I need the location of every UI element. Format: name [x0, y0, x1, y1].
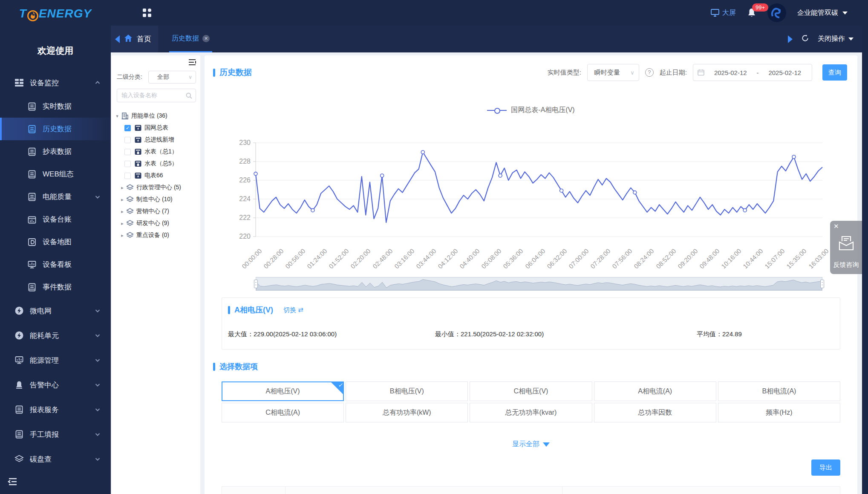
- tree-device-2[interactable]: 水表（总1）: [114, 146, 199, 158]
- x-axis-label: 01:24:00: [306, 247, 328, 270]
- stats-panel: A相电压(V) 切换 ⇄ 最大值：229.00(2025-02-12 03:06…: [222, 298, 840, 350]
- chevron-down-icon: [842, 12, 848, 14]
- sidebar-item-4[interactable]: WEB组态: [0, 163, 111, 185]
- show-all-toggle[interactable]: 显示全部: [205, 440, 857, 449]
- sidebar-item-15[interactable]: 手工填报: [0, 422, 111, 447]
- data-item-8[interactable]: 总功率因数: [594, 403, 716, 422]
- chart-point-marker[interactable]: [311, 208, 314, 212]
- tree-device-0[interactable]: ✓国网总表: [114, 122, 199, 134]
- datazoom-left-handle[interactable]: [254, 280, 258, 288]
- big-screen-button[interactable]: 大屏: [711, 9, 736, 17]
- data-item-7[interactable]: 总无功功率(kvar): [470, 403, 592, 422]
- sidebar-item-11[interactable]: 能耗单元: [0, 323, 111, 348]
- tree-root-label: 用能单位 (36): [131, 112, 167, 120]
- tree-group-3[interactable]: ▸研发中心 (9): [114, 217, 199, 229]
- feedback-widget[interactable]: ✕ 反馈咨询: [830, 221, 862, 274]
- datazoom-slider[interactable]: [256, 277, 822, 291]
- org-switcher[interactable]: 企业能管双碳: [797, 9, 848, 17]
- chart-point-marker[interactable]: [254, 172, 257, 176]
- chart-point-marker[interactable]: [421, 150, 424, 154]
- x-axis-label: 02:48:00: [371, 247, 394, 270]
- switch-metric-link[interactable]: 切换 ⇄: [283, 306, 303, 314]
- chart-point-marker[interactable]: [633, 191, 637, 194]
- sidebar-item-6[interactable]: 设备台账: [0, 208, 111, 231]
- tree-collapse-icon[interactable]: [188, 59, 196, 67]
- data-item-6[interactable]: 总有功功率(kW): [346, 403, 468, 422]
- chart-point-marker[interactable]: [560, 189, 563, 192]
- category-select[interactable]: 全部∨: [148, 71, 196, 84]
- tree-group-4[interactable]: ▸重点设备 (0): [114, 229, 199, 241]
- sidebar-item-8[interactable]: 设备看板: [0, 253, 111, 276]
- tree-device-1[interactable]: 总进线新增: [114, 134, 199, 146]
- sidebar-item-label: 设备地图: [43, 237, 72, 247]
- data-item-3[interactable]: A相电流(A): [594, 381, 716, 401]
- tree-device-4[interactable]: 电表66: [114, 170, 199, 182]
- device-checkbox[interactable]: ✓: [124, 125, 131, 131]
- apps-icon[interactable]: [142, 8, 152, 17]
- export-button[interactable]: 导出: [811, 459, 840, 476]
- date-start[interactable]: 2025-02-12: [708, 69, 753, 76]
- caret-down-icon[interactable]: ▾: [114, 113, 120, 119]
- sidebar-item-9[interactable]: 事件数据: [0, 276, 111, 298]
- avatar[interactable]: [767, 3, 786, 22]
- datazoom-right-handle[interactable]: [820, 280, 824, 288]
- data-item-4[interactable]: B相电流(A): [718, 381, 840, 401]
- scroll-tabs-right-icon[interactable]: [788, 35, 793, 43]
- data-items-title-text: 选择数据项: [219, 361, 258, 372]
- sidebar-item-16[interactable]: 碳盘查: [0, 447, 111, 471]
- sidebar-item-7[interactable]: 设备地图: [0, 231, 111, 253]
- chart-point-marker[interactable]: [792, 155, 796, 159]
- tree-group-2[interactable]: ▸营销中心 (7): [114, 205, 199, 217]
- data-item-0[interactable]: A相电压(V)✓: [222, 381, 344, 401]
- chart-point-marker[interactable]: [381, 174, 384, 177]
- chart-legend[interactable]: 国网总表-A相电压(V): [205, 106, 857, 115]
- date-end[interactable]: 2025-02-12: [762, 69, 808, 76]
- data-item-label: 频率(Hz): [766, 408, 792, 417]
- device-checkbox[interactable]: [124, 149, 131, 155]
- data-item-2[interactable]: C相电压(V): [470, 381, 592, 401]
- realtime-type-select[interactable]: 瞬时变量∨: [587, 64, 639, 81]
- sidebar-item-10[interactable]: 微电网: [0, 298, 111, 323]
- caret-right-icon[interactable]: ▸: [119, 233, 125, 238]
- tree-group-1[interactable]: ▸制造中心 (10): [114, 194, 199, 205]
- sidebar-item-12[interactable]: 能源管理: [0, 348, 111, 373]
- chart-point-marker[interactable]: [499, 174, 502, 177]
- sidebar-item-0[interactable]: 设备监控: [0, 70, 111, 95]
- caret-right-icon[interactable]: ▸: [119, 221, 125, 226]
- help-icon[interactable]: ?: [645, 68, 654, 77]
- chart-line-series[interactable]: [256, 152, 822, 222]
- tab-home[interactable]: 首页: [137, 34, 151, 44]
- tab-close-icon[interactable]: ✕: [202, 35, 210, 42]
- chart-plot[interactable]: 220222224226228230: [228, 136, 833, 243]
- data-item-1[interactable]: B相电压(V): [346, 381, 468, 401]
- device-search-input[interactable]: 输入设备名称: [117, 89, 196, 102]
- sidebar-item-13[interactable]: 告警中心: [0, 373, 111, 397]
- device-checkbox[interactable]: [124, 161, 131, 167]
- caret-right-icon[interactable]: ▸: [119, 185, 125, 191]
- tab-history-data[interactable]: 历史数据 ✕: [169, 26, 212, 52]
- data-item-9[interactable]: 频率(Hz): [718, 403, 840, 422]
- tree-group-0[interactable]: ▸行政管理中心 (5): [114, 182, 199, 194]
- caret-right-icon[interactable]: ▸: [119, 197, 125, 202]
- data-item-5[interactable]: C相电流(A): [222, 403, 344, 422]
- sidebar-item-14[interactable]: 报表服务: [0, 397, 111, 422]
- home-icon[interactable]: [124, 34, 133, 44]
- chart-point-marker[interactable]: [743, 208, 747, 212]
- query-button[interactable]: 查询: [822, 64, 847, 81]
- sidebar-item-2[interactable]: 历史数据: [0, 118, 111, 140]
- notifications-button[interactable]: 99+: [747, 8, 756, 18]
- close-operations-button[interactable]: 关闭操作: [818, 35, 854, 43]
- caret-right-icon[interactable]: ▸: [119, 209, 125, 214]
- sidebar-item-5[interactable]: 电能质量: [0, 185, 111, 208]
- sidebar-item-3[interactable]: 抄表数据: [0, 140, 111, 163]
- device-checkbox[interactable]: [124, 173, 131, 179]
- device-checkbox[interactable]: [124, 137, 131, 143]
- sidebar-item-1[interactable]: 实时数据: [0, 95, 111, 118]
- collapse-sidebar-icon[interactable]: [8, 477, 18, 488]
- date-range-picker[interactable]: 2025-02-12 - 2025-02-12: [693, 64, 812, 81]
- tree-device-3[interactable]: 水表（总5）: [114, 158, 199, 170]
- scroll-tabs-left-icon[interactable]: [115, 35, 120, 43]
- refresh-icon[interactable]: [801, 34, 809, 44]
- feedback-close-icon[interactable]: ✕: [833, 222, 839, 230]
- tree-root[interactable]: ▾用能单位 (36): [114, 110, 199, 122]
